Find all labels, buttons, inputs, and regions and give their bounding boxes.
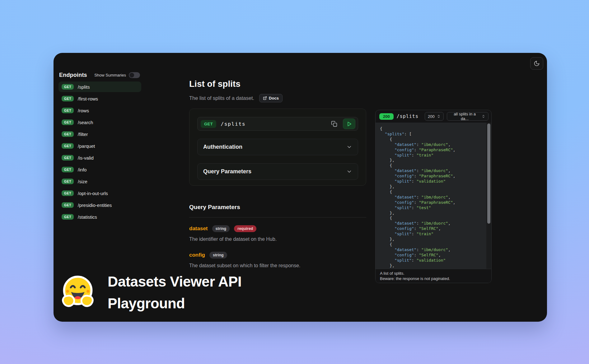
app-card: Endpoints Show Summaries GET/splitsGET/f…	[54, 53, 547, 322]
param-name: config	[189, 252, 205, 258]
param-required-badge: required	[234, 225, 256, 232]
sidebar-item-is-valid[interactable]: GET/is-valid	[58, 152, 141, 163]
sidebar-item-search[interactable]: GET/search	[58, 117, 141, 128]
authentication-accordion[interactable]: Authentication	[197, 139, 358, 155]
sidebar-item-splits[interactable]: GET/splits	[58, 82, 141, 92]
sidebar-item-rows[interactable]: GET/rows	[58, 105, 141, 116]
endpoint-path: /first-rows	[78, 96, 98, 101]
endpoint-path: /parquet	[78, 143, 95, 149]
hugging-face-logo	[59, 274, 96, 311]
method-badge: GET	[62, 119, 74, 125]
endpoint-path: /info	[78, 167, 86, 172]
params-list: datasetstringrequiredThe identifier of t…	[189, 225, 366, 268]
param-type-badge: string	[209, 252, 227, 259]
response-footer-line: Beware: the response is not paginated.	[380, 276, 487, 281]
method-badge: GET	[62, 143, 74, 149]
endpoint-path: /is-valid	[78, 155, 94, 161]
sidebar-item-parquet[interactable]: GET/parquet	[58, 141, 141, 151]
method-badge: GET	[62, 108, 74, 113]
response-body: { "splits": [ { "dataset": "ibm/duorc", …	[376, 123, 491, 269]
method-badge: GET	[62, 167, 74, 172]
endpoint-path: /size	[78, 179, 87, 184]
response-json[interactable]: { "splits": [ { "dataset": "ibm/duorc", …	[376, 123, 491, 269]
response-header: 200 /splits 200 all splits in a da...	[376, 110, 491, 123]
endpoint-path: /splits	[78, 84, 90, 90]
toggle-knob	[129, 73, 134, 77]
query-parameters-accordion[interactable]: Query Parameters	[197, 163, 358, 180]
status-code-select[interactable]: 200	[425, 112, 444, 121]
show-summaries: Show Summaries	[94, 72, 140, 78]
query-parameters-section: Query Parameters datasetstringrequiredTh…	[189, 203, 366, 278]
show-summaries-label: Show Summaries	[94, 73, 126, 77]
external-link-icon	[263, 96, 267, 100]
query-parameters-label: Query Parameters	[203, 168, 251, 175]
copy-icon	[331, 121, 337, 127]
response-scrollbar-thumb[interactable]	[487, 124, 490, 224]
sidebar-item-statistics[interactable]: GET/statistics	[58, 212, 141, 222]
status-badge: 200	[379, 113, 394, 120]
endpoint-path: /filter	[78, 132, 88, 137]
param-name: dataset	[189, 226, 208, 232]
param-description: The identifier of the dataset on the Hub…	[189, 236, 366, 242]
params-section-title: Query Parameters	[189, 203, 366, 211]
sidebar-item-presidio-entities[interactable]: GET/presidio-entities	[58, 200, 141, 210]
endpoint-path: /opt-in-out-urls	[78, 191, 108, 196]
sidebar-item-first-rows[interactable]: GET/first-rows	[58, 93, 141, 104]
copy-button[interactable]	[330, 119, 339, 128]
request-panel: GET /splits Authentication Query Paramet…	[189, 109, 366, 186]
status-code-select-value: 200	[428, 114, 435, 119]
example-select-value: all splits in a da...	[450, 112, 480, 121]
chevrons-up-down-icon	[437, 114, 441, 118]
param-head: datasetstringrequired	[189, 225, 366, 232]
endpoint-list: GET/splitsGET/first-rowsGET/rowsGET/sear…	[58, 82, 141, 222]
param-description: The dataset subset on which to filter th…	[189, 263, 366, 268]
chevrons-up-down-icon	[482, 114, 485, 118]
response-footer: A list of splits. Beware: the response i…	[376, 269, 491, 283]
sidebar-item-opt-in-out-urls[interactable]: GET/opt-in-out-urls	[58, 188, 141, 198]
docs-button[interactable]: Docs	[259, 94, 283, 102]
endpoint-path: /statistics	[78, 214, 97, 220]
example-select[interactable]: all splits in a da...	[447, 112, 488, 121]
endpoint-path: /search	[78, 120, 93, 125]
sidebar-item-filter[interactable]: GET/filter	[58, 129, 141, 139]
sidebar-item-size[interactable]: GET/size	[58, 176, 141, 187]
authentication-label: Authentication	[203, 144, 242, 150]
param-dataset: datasetstringrequiredThe identifier of t…	[189, 225, 366, 242]
method-badge: GET	[62, 179, 74, 184]
request-bar: GET /splits	[197, 117, 358, 131]
section-divider	[189, 217, 366, 217]
sidebar-header: Endpoints Show Summaries	[58, 70, 141, 80]
response-path: /splits	[397, 114, 418, 119]
method-badge: GET	[62, 155, 74, 161]
method-badge: GET	[62, 202, 74, 208]
response-footer-line: A list of splits.	[380, 271, 487, 276]
docs-button-label: Docs	[269, 96, 279, 100]
response-panel: 200 /splits 200 all splits in a da... { …	[375, 110, 492, 283]
show-summaries-toggle[interactable]	[129, 72, 140, 78]
method-badge: GET	[62, 190, 74, 196]
page-subtitle: The list of splits of a dataset.	[189, 95, 254, 101]
param-head: configstring	[189, 251, 366, 259]
method-badge: GET	[62, 84, 74, 90]
param-type-badge: string	[212, 225, 230, 232]
endpoint-path: /rows	[78, 108, 89, 113]
sidebar: Endpoints Show Summaries GET/splitsGET/f…	[58, 70, 141, 223]
branding: Datasets Viewer API Playground	[59, 271, 241, 314]
sidebar-title: Endpoints	[59, 72, 87, 78]
chevron-down-icon	[346, 144, 352, 150]
theme-toggle-button[interactable]	[530, 57, 543, 70]
method-badge: GET	[62, 96, 74, 101]
response-scrollbar-track	[486, 123, 491, 269]
subtitle-row: The list of splits of a dataset. Docs	[189, 94, 283, 102]
sidebar-item-info[interactable]: GET/info	[58, 164, 141, 175]
request-path: /splits	[221, 121, 245, 127]
app-title: Datasets Viewer API Playground	[108, 271, 241, 314]
app-title-line2: Playground	[108, 292, 241, 314]
chevron-down-icon	[346, 169, 352, 175]
method-badge: GET	[62, 131, 74, 137]
page-title: List of splits	[189, 79, 241, 89]
app-title-line1: Datasets Viewer API	[108, 271, 241, 292]
run-button[interactable]	[343, 119, 355, 129]
method-badge: GET	[62, 214, 74, 220]
request-method-badge: GET	[201, 120, 216, 128]
